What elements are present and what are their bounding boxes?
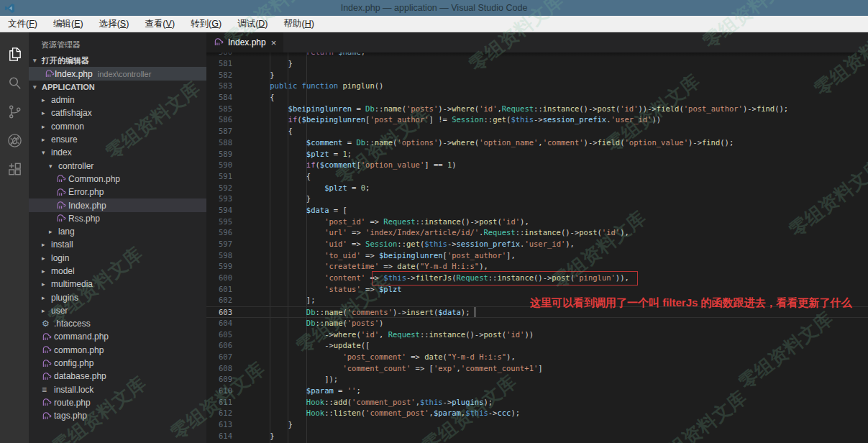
chevron-right-icon: ▸: [42, 241, 51, 248]
section-application[interactable]: ▾ APPLICATION: [29, 81, 206, 93]
tree-item-common-php[interactable]: Common.php: [29, 173, 206, 186]
chevron-down-icon: ▾: [49, 163, 58, 170]
search-icon[interactable]: [0, 68, 29, 97]
code-line-611[interactable]: 611 Hook::add('comment_post',$this->plug…: [206, 397, 868, 408]
chevron-right-icon: ▸: [42, 280, 51, 288]
activity-bar: [0, 32, 29, 443]
debug-icon[interactable]: [0, 126, 29, 155]
code-line-608[interactable]: 608 'comment_count' => ['exp','comment_c…: [206, 363, 868, 375]
code-line-583[interactable]: 583 public function pinglun(): [206, 81, 868, 92]
chevron-right-icon: ▸: [42, 123, 51, 130]
tree-item-label: route.php: [54, 398, 91, 408]
code-line-582[interactable]: 582 }: [206, 70, 868, 81]
chevron-right-icon: ▸: [42, 307, 51, 314]
code-line-593[interactable]: 593 }: [206, 193, 868, 205]
menu-item-2[interactable]: 选择(S): [91, 18, 137, 30]
code-line-601[interactable]: 601 'status' => $plzt: [206, 284, 868, 296]
code-line-592[interactable]: 592 $plzt = 0;: [206, 183, 868, 194]
tab-indexphp[interactable]: Index.php ×: [206, 32, 283, 52]
line-number: 583: [206, 81, 242, 92]
code-line-587[interactable]: 587 {: [206, 126, 868, 137]
code-line-606[interactable]: 606 ->update([: [206, 340, 868, 352]
tree-item-label: admin: [51, 95, 75, 105]
tree-item-label: Rss.php: [68, 214, 100, 224]
line-number: 582: [206, 70, 242, 81]
menu-item-4[interactable]: 转到(G): [183, 18, 229, 30]
code-line-585[interactable]: 585 $beipinglunren = Db::name('posts')->…: [206, 104, 868, 115]
code-line-599[interactable]: 599 'createtime' => date("Y-m-d H:i:s"),: [206, 261, 868, 273]
tree-item-install[interactable]: ▸install: [29, 238, 206, 251]
tree-item-lang[interactable]: ▸lang: [29, 225, 206, 238]
code-line-614[interactable]: 614 }: [206, 431, 868, 442]
tree-item-catfishajax[interactable]: ▸catfishajax: [29, 106, 206, 119]
tree-item-rss-php[interactable]: Rss.php: [29, 212, 206, 225]
code-line-600[interactable]: 600 'content' => $this->filterJs(Request…: [206, 273, 868, 284]
tree-item-index-php[interactable]: Index.php: [29, 198, 206, 211]
tree-item-label: common.php: [54, 345, 104, 355]
tree-item-route-php[interactable]: route.php: [29, 396, 206, 409]
tree-item-user[interactable]: ▸user: [29, 304, 206, 317]
php-icon: [42, 332, 54, 342]
tree-item-admin[interactable]: ▸admin: [29, 93, 206, 106]
code-line-610[interactable]: 610 $param = '';: [206, 385, 868, 397]
code-line-612[interactable]: 612 Hook::listen('comment_post',$param,$…: [206, 408, 868, 419]
code-line-586[interactable]: 586 if($beipinglunren['post_author'] != …: [206, 114, 868, 126]
tree-item-multimedia[interactable]: ▸multimedia: [29, 278, 206, 291]
open-editors-header[interactable]: ▾ 打开的编辑器: [29, 54, 206, 67]
code-line-613[interactable]: 613 }: [206, 419, 868, 431]
tree-item--htaccess[interactable]: ⚙.htaccess: [29, 317, 206, 330]
code-line-581[interactable]: 581 }: [206, 58, 868, 70]
file-tree: ▸admin▸catfishajax▸common▸ensure▾index▾c…: [29, 93, 206, 422]
php-icon: [214, 37, 224, 47]
code-line-596[interactable]: 596 'url' => 'index/Index/article/id/'.R…: [206, 227, 868, 239]
tree-item-model[interactable]: ▸model: [29, 265, 206, 278]
code-line-605[interactable]: 605 ->where('id', Request::instance()->p…: [206, 329, 868, 341]
line-number: 598: [206, 250, 242, 262]
chevron-right-icon: ▸: [42, 294, 51, 301]
tree-item-error-php[interactable]: Error.php: [29, 186, 206, 198]
menu-item-5[interactable]: 调试(D): [229, 18, 275, 30]
source-control-icon[interactable]: [0, 97, 29, 126]
close-tab-icon[interactable]: ×: [271, 37, 277, 48]
tree-item-ensure[interactable]: ▸ensure: [29, 133, 206, 146]
tree-item-index[interactable]: ▾index: [29, 146, 206, 159]
code-line-591[interactable]: 591 {: [206, 171, 868, 183]
tree-item-plugins[interactable]: ▸plugins: [29, 291, 206, 303]
tree-item-common-php[interactable]: common.php: [29, 344, 206, 357]
tree-item-install-lock[interactable]: ≡install.lock: [29, 383, 206, 396]
line-number: 607: [206, 352, 242, 363]
tree-item-config-php[interactable]: config.php: [29, 357, 206, 370]
code-area[interactable]: 580 return $name;581 }582 }583 public fu…: [206, 52, 868, 443]
code-line-609[interactable]: 609 ]);: [206, 374, 868, 385]
code-line-584[interactable]: 584 {: [206, 92, 868, 104]
tree-item-tags-php[interactable]: tags.php: [29, 409, 206, 422]
tree-item-label: model: [51, 266, 75, 276]
menu-item-3[interactable]: 查看(V): [137, 18, 183, 30]
code-line-597[interactable]: 597 'uid' => Session::get($this->session…: [206, 239, 868, 250]
open-editor-item-indexphp[interactable]: Index.php index\controller: [29, 67, 206, 81]
extensions-icon[interactable]: [0, 155, 29, 183]
code-line-594[interactable]: 594 $data = [: [206, 205, 868, 216]
menu-item-1[interactable]: 编辑(E): [45, 18, 91, 30]
tree-item-command-php[interactable]: command.php: [29, 330, 206, 343]
code-line-604[interactable]: 604 Db::name('posts'): [206, 318, 868, 329]
line-number: 580: [206, 52, 242, 58]
menu-item-0[interactable]: 文件(F): [0, 18, 45, 30]
tree-item-database-php[interactable]: database.php: [29, 370, 206, 383]
menu-item-6[interactable]: 帮助(H): [276, 18, 322, 30]
tree-item-login[interactable]: ▸login: [29, 252, 206, 265]
code-line-580[interactable]: 580 return $name;: [206, 52, 868, 58]
tree-item-common[interactable]: ▸common: [29, 120, 206, 133]
code-line-588[interactable]: 588 $comment = Db::name('options')->wher…: [206, 137, 868, 149]
tree-item-label: ensure: [51, 134, 78, 145]
tree-item-controller[interactable]: ▾controller: [29, 159, 206, 172]
code-line-590[interactable]: 590 if($comment['option_value'] == 1): [206, 160, 868, 171]
line-number: 595: [206, 216, 242, 228]
explorer-icon[interactable]: [0, 40, 29, 68]
code-line-598[interactable]: 598 'to_uid' => $beipinglunren['post_aut…: [206, 250, 868, 262]
code-line-595[interactable]: 595 'post_id' => Request::instance()->po…: [206, 216, 868, 228]
code-line-589[interactable]: 589 $plzt = 1;: [206, 149, 868, 160]
code-line-607[interactable]: 607 'post_comment' => date("Y-m-d H:i:s"…: [206, 352, 868, 363]
code-lines: 580 return $name;581 }582 }583 public fu…: [206, 52, 868, 442]
tab-label: Index.php: [228, 37, 266, 47]
